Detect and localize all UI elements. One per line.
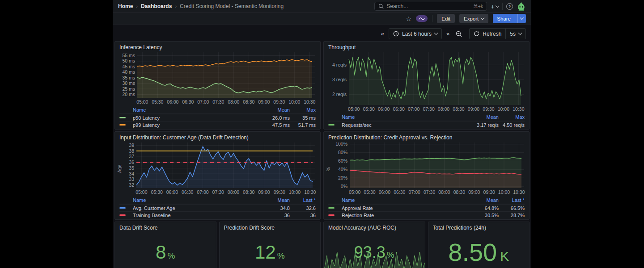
svg-text:10:00: 10:00 <box>288 99 300 105</box>
svg-text:07:30: 07:30 <box>212 99 224 105</box>
legend-mean-value: 64.8% <box>461 205 499 211</box>
svg-text:3 req/s: 3 req/s <box>332 77 347 82</box>
legend-row: Approval Rate 64.8% 66.5% <box>328 204 525 211</box>
legend-series-name[interactable]: Requests/sec <box>342 122 461 128</box>
legend-series-name[interactable]: Avg. Customer Age <box>133 205 252 211</box>
y-axis-label: % <box>328 142 335 195</box>
time-range-picker[interactable]: Last 6 hours <box>389 28 442 39</box>
time-shift-forward-button[interactable]: » <box>445 30 451 37</box>
legend-header-name[interactable]: Name <box>133 107 252 113</box>
dashboard-grid: Inference Latency 55 ms50 ms45 ms40 ms35… <box>114 41 530 268</box>
time-shift-back-button[interactable]: « <box>379 30 386 37</box>
panel-title[interactable]: Throughput <box>328 44 525 52</box>
svg-text:05:30: 05:30 <box>363 106 374 112</box>
legend-series-name[interactable]: p99 Latency <box>133 122 252 128</box>
svg-text:06:30: 06:30 <box>393 106 404 112</box>
latency-chart[interactable]: 55 ms50 ms45 ms40 ms35 ms30 ms25 ms20 ms… <box>119 52 316 105</box>
legend-header-name[interactable]: Name <box>342 197 461 203</box>
legend-last-value: 32.6 <box>290 205 316 211</box>
panel-title[interactable]: Inference Latency <box>119 44 316 52</box>
throughput-chart[interactable]: 4 req/s3 req/s2 req/s05:0005:3006:0006:3… <box>328 52 525 112</box>
legend-header-mean[interactable]: Mean <box>461 197 499 203</box>
refresh-button[interactable]: Refresh <box>470 29 505 39</box>
star-icon[interactable]: ☆ <box>406 15 412 22</box>
stat-value: 93.3% <box>354 244 394 260</box>
series-marker <box>119 124 126 126</box>
svg-text:32: 32 <box>129 182 134 188</box>
edit-button[interactable]: Edit <box>437 14 455 23</box>
legend-header-mean[interactable]: Mean <box>461 114 499 120</box>
svg-text:09:00: 09:00 <box>258 99 270 105</box>
breadcrumb-home[interactable]: Home <box>118 3 133 9</box>
legend-header-mean[interactable]: Mean <box>252 197 290 203</box>
legend-header-name[interactable]: Name <box>342 114 461 120</box>
panel-prediction-distribution: Prediction Distribution: Credit Approval… <box>323 131 530 220</box>
svg-text:0%: 0% <box>341 184 347 189</box>
legend-header-name[interactable]: Name <box>133 197 252 203</box>
svg-text:07:30: 07:30 <box>423 106 434 112</box>
svg-text:08:00: 08:00 <box>228 99 239 105</box>
legend-header-last[interactable]: Last * <box>499 197 525 203</box>
svg-text:100%: 100% <box>335 142 347 147</box>
svg-text:36: 36 <box>129 159 134 165</box>
legend-series-name[interactable]: Training Baseline <box>133 213 252 218</box>
legend-header-last[interactable]: Last * <box>290 197 316 203</box>
search-shortcut: ⌘+k <box>473 4 483 9</box>
search-input[interactable]: Search... ⌘+k <box>374 2 487 11</box>
customer-age-chart[interactable]: 393837363534333205:0005:3006:0006:3007:0… <box>126 142 316 195</box>
svg-text:09:30: 09:30 <box>483 189 495 195</box>
legend-table: Name Mean Max Requests/sec 3.17 req/s 4.… <box>328 113 525 128</box>
svg-text:30 ms: 30 ms <box>122 80 135 86</box>
svg-text:37: 37 <box>129 154 134 159</box>
chevron-down-icon <box>520 16 524 20</box>
panel-data-drift-score: Data Drift Score 8% <box>114 222 216 268</box>
svg-text:08:30: 08:30 <box>243 99 254 105</box>
legend-header-max[interactable]: Max <box>290 107 316 113</box>
svg-text:35 ms: 35 ms <box>122 75 135 80</box>
series-marker <box>328 207 335 209</box>
legend-series-name[interactable]: p50 Latency <box>133 115 252 121</box>
prediction-chart[interactable]: 100%80%60%40%20%0%05:0005:3006:0006:3007… <box>335 142 525 195</box>
legend-row: Training Baseline 36 36 <box>119 211 316 218</box>
refresh-interval-picker[interactable]: 5s <box>505 29 525 39</box>
svg-text:20%: 20% <box>338 175 347 180</box>
dashboard-toolbar: ☆ Edit Export Share <box>113 13 531 25</box>
breadcrumb-dashboards[interactable]: Dashboards <box>141 3 172 9</box>
panel-title[interactable]: Prediction Distribution: Credit Approval… <box>328 134 525 142</box>
svg-text:35: 35 <box>129 165 134 171</box>
share-menu-button[interactable] <box>517 14 526 23</box>
svg-text:05:30: 05:30 <box>152 99 163 105</box>
svg-text:09:00: 09:00 <box>258 189 270 195</box>
panel-title[interactable]: Input Distribution: Customer Age (Data D… <box>119 134 316 142</box>
svg-text:06:00: 06:00 <box>166 189 178 195</box>
user-avatar[interactable] <box>517 2 526 11</box>
chevron-right-icon: › <box>175 4 177 9</box>
zoom-out-button[interactable] <box>454 31 464 37</box>
legend-mean-value: 47.5 ms <box>252 122 290 128</box>
chevron-down-icon <box>481 16 484 20</box>
legend-header-mean[interactable]: Mean <box>252 107 290 113</box>
legend-mean-value: 36 <box>252 213 290 218</box>
stat-value: 8.50K <box>448 240 509 265</box>
time-controls: « Last 6 hours » Refresh 5s <box>113 25 531 42</box>
legend-row: Rejection Rate 30.5% 28.7% <box>328 211 525 218</box>
svg-text:38: 38 <box>129 148 134 154</box>
svg-text:10:30: 10:30 <box>513 189 525 195</box>
add-new-button[interactable]: + <box>491 3 499 10</box>
legend-series-name[interactable]: Rejection Rate <box>342 213 461 218</box>
legend-header-max[interactable]: Max <box>499 114 525 120</box>
legend-mean-value: 30.5% <box>461 213 499 218</box>
share-button[interactable]: Share <box>493 14 515 23</box>
svg-text:10:00: 10:00 <box>498 189 510 195</box>
svg-text:07:00: 07:00 <box>408 106 419 112</box>
assistant-button[interactable] <box>416 15 428 22</box>
legend-series-name[interactable]: Approval Rate <box>342 205 461 211</box>
svg-text:08:30: 08:30 <box>453 189 465 195</box>
export-button[interactable]: Export <box>459 14 488 23</box>
legend-max-value: 51.7 ms <box>290 122 316 128</box>
svg-text:55 ms: 55 ms <box>122 53 135 58</box>
series-marker <box>119 207 126 209</box>
chevron-down-icon <box>518 31 522 35</box>
svg-text:09:00: 09:00 <box>468 189 480 195</box>
help-icon[interactable]: ? <box>506 3 513 10</box>
